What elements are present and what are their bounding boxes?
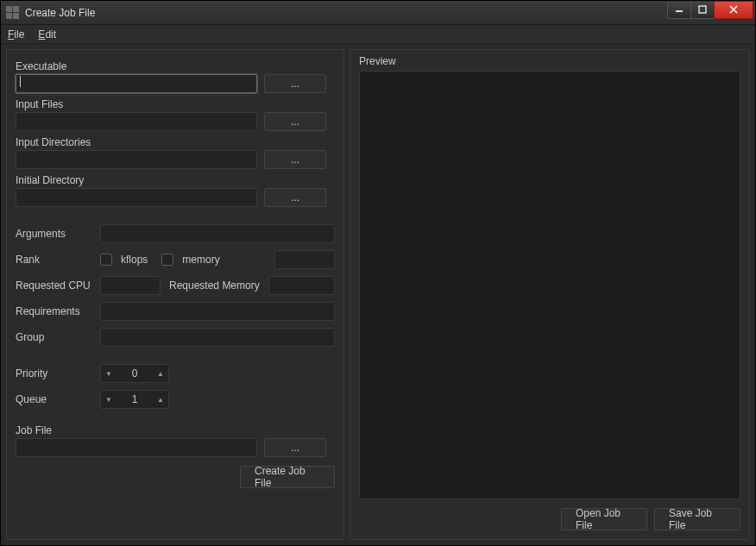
content: Executable ... Input Files ... Input Dir… [1, 44, 755, 545]
input-files-browse-button[interactable]: ... [264, 112, 326, 131]
memory-label: memory [182, 254, 219, 266]
minimize-button[interactable] [667, 2, 691, 19]
left-panel: Executable ... Input Files ... Input Dir… [6, 49, 344, 540]
requirements-input[interactable] [100, 302, 335, 321]
priority-label: Priority [16, 367, 95, 380]
text-caret [20, 76, 21, 87]
kflops-label: kflops [121, 254, 148, 266]
job-file-browse-button[interactable]: ... [264, 438, 326, 457]
memory-checkbox[interactable] [161, 254, 173, 266]
group-label: Group [16, 331, 95, 343]
preview-area [359, 71, 740, 499]
menubar: File Edit [1, 25, 755, 44]
requested-memory-input[interactable] [268, 276, 335, 295]
window: Create Job File File Edit Executable ...… [0, 0, 756, 546]
close-button[interactable] [714, 2, 753, 19]
svg-rect-0 [676, 10, 683, 12]
executable-input[interactable] [16, 74, 257, 93]
titlebar: Create Job File [1, 1, 755, 25]
create-job-file-button[interactable]: Create Job File [240, 466, 335, 488]
priority-up-button[interactable]: ▲ [153, 365, 168, 382]
group-input[interactable] [100, 328, 335, 347]
save-job-file-button[interactable]: Save Job File [654, 508, 740, 530]
initial-dir-input[interactable] [16, 188, 257, 207]
requirements-label: Requirements [16, 305, 95, 317]
rank-input[interactable] [274, 250, 335, 269]
menu-edit[interactable]: Edit [38, 28, 56, 41]
executable-browse-button[interactable]: ... [264, 74, 326, 93]
input-files-input[interactable] [16, 112, 257, 131]
menu-file[interactable]: File [8, 28, 24, 41]
job-file-input[interactable] [16, 438, 257, 457]
preview-label: Preview [359, 55, 740, 67]
open-job-file-button[interactable]: Open Job File [561, 508, 647, 530]
requested-cpu-label: Requested CPU [16, 279, 95, 292]
input-dirs-input[interactable] [16, 150, 257, 169]
initial-dir-browse-button[interactable]: ... [264, 188, 326, 207]
window-controls [668, 2, 753, 19]
priority-spinner[interactable]: ▼ 0 ▲ [100, 364, 169, 383]
right-panel: Preview Open Job File Save Job File [350, 49, 750, 540]
close-icon [728, 5, 739, 14]
minimize-icon [675, 5, 684, 14]
rank-label: Rank [16, 254, 95, 266]
arguments-label: Arguments [16, 228, 95, 240]
maximize-button[interactable] [690, 2, 715, 19]
kflops-checkbox[interactable] [100, 254, 112, 266]
input-files-label: Input Files [16, 98, 335, 110]
requested-memory-label: Requested Memory [169, 279, 260, 292]
job-file-label: Job File [16, 424, 335, 436]
initial-dir-label: Initial Directory [16, 174, 335, 186]
queue-value: 1 [117, 393, 153, 405]
input-dirs-label: Input Directories [16, 136, 335, 148]
arguments-input[interactable] [100, 224, 335, 243]
requested-cpu-input[interactable] [100, 276, 161, 295]
queue-label: Queue [16, 393, 95, 405]
priority-down-button[interactable]: ▼ [101, 365, 117, 382]
svg-rect-1 [699, 6, 706, 13]
executable-label: Executable [16, 60, 335, 72]
priority-value: 0 [117, 367, 153, 380]
app-icon [6, 6, 20, 20]
window-title: Create Job File [25, 7, 668, 19]
queue-up-button[interactable]: ▲ [153, 391, 168, 408]
input-dirs-browse-button[interactable]: ... [264, 150, 326, 169]
maximize-icon [698, 5, 707, 14]
queue-down-button[interactable]: ▼ [101, 391, 117, 408]
queue-spinner[interactable]: ▼ 1 ▲ [100, 390, 169, 409]
